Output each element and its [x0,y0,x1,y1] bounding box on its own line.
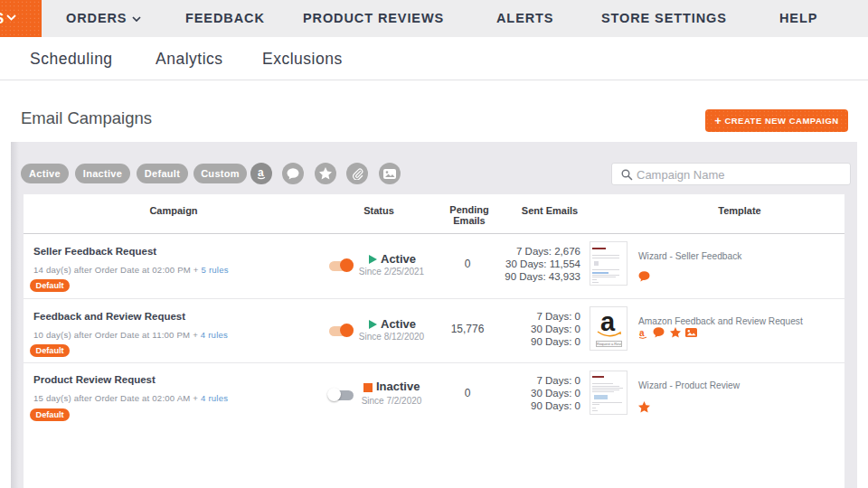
svg-text:a: a [639,328,645,338]
svg-text:a: a [258,166,264,179]
